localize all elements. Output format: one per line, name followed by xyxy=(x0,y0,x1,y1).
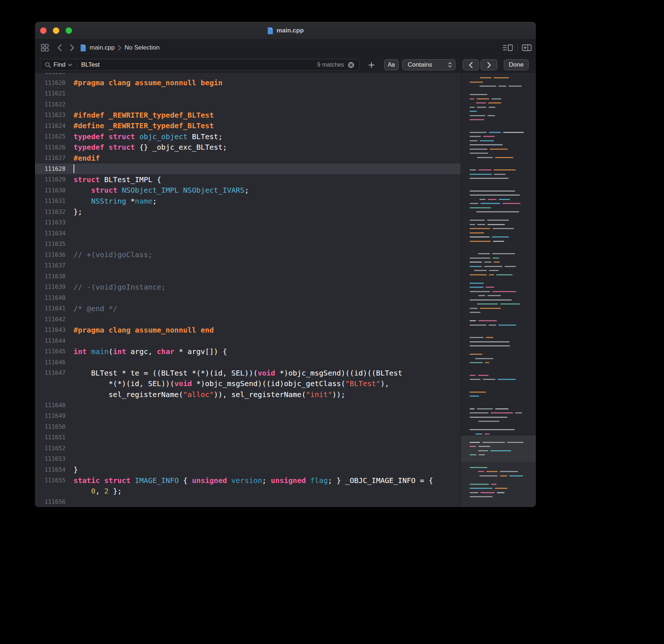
add-editor-button[interactable] xyxy=(522,42,531,53)
code-line[interactable]: 111652 xyxy=(35,443,461,454)
titlebar[interactable]: main.cpp xyxy=(35,22,536,40)
code-line[interactable]: 111635 xyxy=(35,239,461,250)
minimap-line xyxy=(493,258,499,259)
match-case-button[interactable]: Aa xyxy=(384,59,399,70)
minimap-line xyxy=(470,341,510,342)
code-line[interactable]: 111648 xyxy=(35,400,461,411)
minimap-line xyxy=(470,354,482,355)
zoom-button[interactable] xyxy=(66,27,72,34)
code-line[interactable]: 111634 xyxy=(35,228,461,239)
code-text: } xyxy=(66,465,78,474)
code-lines: 111619111620#pragma clang assume_nonnull… xyxy=(35,73,461,507)
match-count: 9 matches xyxy=(317,62,344,68)
minimap-line xyxy=(484,266,502,267)
code-line[interactable]: 111642 xyxy=(35,314,461,325)
minimap-line xyxy=(470,299,512,301)
find-input[interactable] xyxy=(81,61,317,68)
code-line[interactable]: 111649 xyxy=(35,411,461,421)
minimap[interactable] xyxy=(461,73,536,507)
code-line[interactable]: 111624#define _REWRITER_typedef_BLTest xyxy=(35,121,461,131)
find-scope-dropdown[interactable]: Find xyxy=(45,61,72,68)
add-search-criteria-button[interactable] xyxy=(366,59,377,70)
previous-match-button[interactable] xyxy=(463,59,479,70)
code-line[interactable]: 111621 xyxy=(35,88,461,99)
code-line[interactable]: 111630 struct NSObject_IMPL NSObject_IVA… xyxy=(35,185,461,196)
code-line[interactable]: 111638 xyxy=(35,271,461,282)
minimap-line xyxy=(480,77,491,78)
code-line[interactable]: 111633 xyxy=(35,217,461,228)
code-line[interactable]: 111632}; xyxy=(35,207,461,217)
minimap-line xyxy=(470,94,487,95)
next-match-button[interactable] xyxy=(481,59,497,70)
minimap-line xyxy=(470,232,484,233)
code-line[interactable]: 111629struct BLTest_IMPL { xyxy=(35,174,461,185)
related-items-button[interactable] xyxy=(41,42,49,53)
document-proxy-icon[interactable] xyxy=(267,27,273,35)
code-line[interactable]: 111637 xyxy=(35,260,461,271)
code-line[interactable]: sel_registerName("alloc")), sel_register… xyxy=(35,389,461,400)
breadcrumb-file[interactable]: main.cpp xyxy=(90,44,115,51)
code-line[interactable]: 111626typedef struct {} _objc_exc_BLTest… xyxy=(35,142,461,153)
code-line[interactable]: 0, 2 }; xyxy=(35,486,461,497)
code-line[interactable]: 111636// +(void)goClass; xyxy=(35,250,461,260)
line-number: 111653 xyxy=(35,455,66,462)
minimap-viewport[interactable] xyxy=(461,436,536,462)
minimap-line xyxy=(493,241,504,242)
code-text xyxy=(66,164,74,173)
line-number: 111656 xyxy=(35,498,66,505)
code-line[interactable]: 111622 xyxy=(35,99,461,110)
code-line[interactable]: 111647 BLTest * te = ((BLTest *(*)(id, S… xyxy=(35,368,461,378)
code-line[interactable]: 111620#pragma clang assume_nonnull begin xyxy=(35,78,461,89)
code-line[interactable]: 111655static struct IMAGE_INFO { unsigne… xyxy=(35,475,461,486)
code-line[interactable]: 111631 NSString *name; xyxy=(35,196,461,207)
code-text: #define _REWRITER_typedef_BLTest xyxy=(66,121,214,130)
code-line[interactable]: 111654} xyxy=(35,464,461,475)
minimap-line xyxy=(487,220,509,221)
code-line[interactable]: 111644 xyxy=(35,335,461,346)
minimap-line xyxy=(470,82,483,83)
minimize-button[interactable] xyxy=(53,27,59,34)
code-line[interactable]: 111628 xyxy=(35,164,461,174)
code-line[interactable]: *(*)(id, SEL))(void *)objc_msgSend)((id)… xyxy=(35,378,461,389)
code-line[interactable]: 111641/* @end */ xyxy=(35,303,461,314)
code-line[interactable]: 111651 xyxy=(35,432,461,443)
code-text: #pragma clang assume_nonnull begin xyxy=(66,78,222,87)
code-line[interactable]: 111653 xyxy=(35,453,461,464)
minimap-line xyxy=(470,136,481,137)
code-line[interactable]: 111650 xyxy=(35,421,461,432)
back-button[interactable] xyxy=(58,42,62,53)
line-number: 111652 xyxy=(35,445,66,452)
line-number: 111639 xyxy=(35,283,66,290)
code-text: static struct IMAGE_INFO { unsigned vers… xyxy=(66,476,433,485)
minimap-line xyxy=(488,199,497,200)
code-line[interactable]: 111640 xyxy=(35,292,461,303)
editor-options-button[interactable] xyxy=(503,42,513,53)
line-number: 111629 xyxy=(35,176,66,183)
code-line[interactable]: 111625typedef struct objc_object BLTest; xyxy=(35,131,461,142)
line-number: 111630 xyxy=(35,187,66,194)
minimap-line xyxy=(495,157,513,158)
minimap-line xyxy=(492,236,509,237)
editor[interactable]: 111619111620#pragma clang assume_nonnull… xyxy=(35,73,461,507)
code-line[interactable]: 111623#ifndef _REWRITER_typedef_BLTest xyxy=(35,110,461,121)
match-type-dropdown[interactable]: Contains xyxy=(402,59,455,70)
code-line[interactable]: 111646 xyxy=(35,357,461,368)
breadcrumb-selection[interactable]: No Selection xyxy=(125,44,159,51)
done-button[interactable]: Done xyxy=(504,59,529,70)
find-field[interactable]: Find 9 matches xyxy=(40,59,359,71)
close-button[interactable] xyxy=(40,27,47,34)
code-line[interactable]: 111645int main(int argc, char * argv[]) … xyxy=(35,346,461,357)
minimap-line xyxy=(470,258,490,259)
minimap-line xyxy=(487,295,501,296)
code-line[interactable]: 111639// -(void)goInstance; xyxy=(35,282,461,292)
line-number: 111649 xyxy=(35,412,66,419)
minimap-line xyxy=(489,270,499,271)
code-line[interactable]: 111619 xyxy=(35,73,461,78)
x-circle-icon xyxy=(348,62,355,68)
forward-button[interactable] xyxy=(70,42,74,53)
code-line[interactable]: 111643#pragma clang assume_nonnull end xyxy=(35,325,461,335)
code-text: BLTest * te = ((BLTest *(*)(id, SEL))(vo… xyxy=(66,369,402,377)
code-line[interactable]: 111656 xyxy=(35,496,461,507)
clear-search-button[interactable] xyxy=(348,62,355,68)
code-line[interactable]: 111627#endif xyxy=(35,153,461,164)
